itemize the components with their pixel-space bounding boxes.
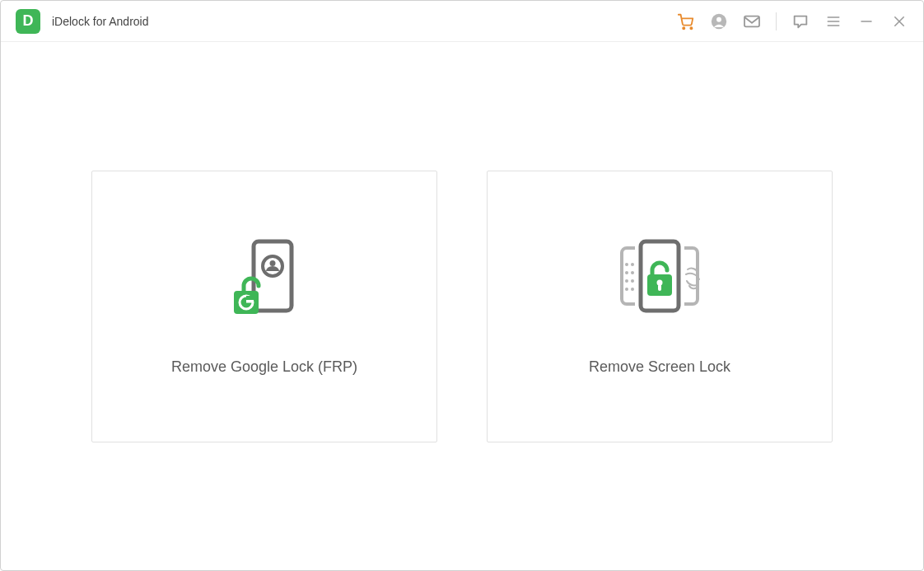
app-logo: D — [16, 9, 40, 34]
svg-rect-4 — [744, 16, 759, 26]
svg-point-22 — [625, 279, 628, 283]
titlebar: D iDelock for Android — [1, 1, 923, 42]
account-icon[interactable] — [710, 12, 728, 30]
svg-point-24 — [625, 288, 628, 291]
mail-icon[interactable] — [743, 12, 761, 30]
svg-rect-29 — [658, 284, 661, 291]
main-content: Remove Google Lock (FRP) — [1, 42, 923, 570]
feedback-icon[interactable] — [791, 12, 810, 30]
svg-point-1 — [690, 27, 692, 29]
remove-screen-lock-label: Remove Screen Lock — [589, 358, 730, 376]
svg-point-25 — [631, 288, 634, 291]
minimize-icon[interactable] — [857, 12, 875, 30]
svg-rect-17 — [246, 296, 254, 300]
svg-rect-16 — [246, 300, 254, 303]
google-lock-illust — [207, 236, 322, 319]
titlebar-actions — [677, 12, 908, 30]
remove-google-lock-label: Remove Google Lock (FRP) — [171, 358, 357, 376]
menu-icon[interactable] — [824, 12, 842, 30]
app-title: iDelock for Android — [52, 15, 149, 28]
remove-screen-lock-card[interactable]: Remove Screen Lock — [487, 171, 833, 442]
svg-point-20 — [625, 271, 628, 274]
remove-google-lock-card[interactable]: Remove Google Lock (FRP) — [91, 171, 437, 442]
svg-point-19 — [631, 263, 634, 266]
cart-icon[interactable] — [677, 12, 695, 30]
svg-point-0 — [683, 27, 684, 29]
app-logo-letter: D — [23, 12, 34, 30]
close-icon[interactable] — [890, 12, 908, 30]
svg-point-18 — [625, 263, 628, 266]
svg-point-23 — [631, 279, 634, 283]
titlebar-separator — [776, 12, 777, 30]
screen-lock-illust — [602, 236, 717, 319]
svg-point-3 — [716, 16, 721, 21]
svg-point-13 — [270, 260, 276, 266]
svg-point-21 — [631, 271, 634, 274]
